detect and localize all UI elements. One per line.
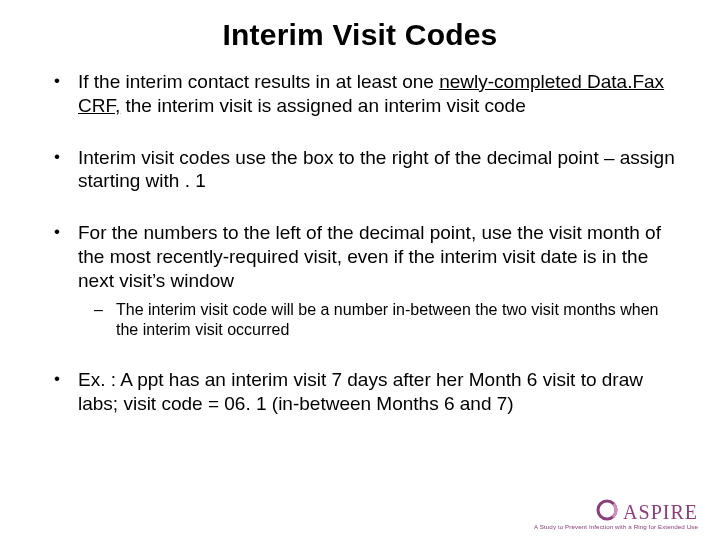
ring-icon [595,498,619,522]
page-title: Interim Visit Codes [40,18,680,52]
list-item: If the interim contact results in at lea… [70,70,680,118]
logo-tagline: A Study to Prevent Infection with a Ring… [534,524,698,530]
list-item: Interim visit codes use the box to the r… [70,146,680,194]
bullet-text-suffix: the interim visit is assigned an interim… [120,95,526,116]
slide: Interim Visit Codes If the interim conta… [0,0,720,416]
logo-row: ASPIRE [534,498,698,522]
sub-list-item: The interim visit code will be a number … [112,300,680,340]
sub-bullet-list: The interim visit code will be a number … [78,300,680,340]
list-item: For the numbers to the left of the decim… [70,221,680,340]
bullet-text: For the numbers to the left of the decim… [78,222,661,291]
bullet-list: If the interim contact results in at lea… [40,70,680,416]
bullet-text-prefix: If the interim contact results in at lea… [78,71,439,92]
aspire-logo: ASPIRE A Study to Prevent Infection with… [534,498,698,530]
list-item: Ex. : A ppt has an interim visit 7 days … [70,368,680,416]
logo-text: ASPIRE [623,502,698,522]
